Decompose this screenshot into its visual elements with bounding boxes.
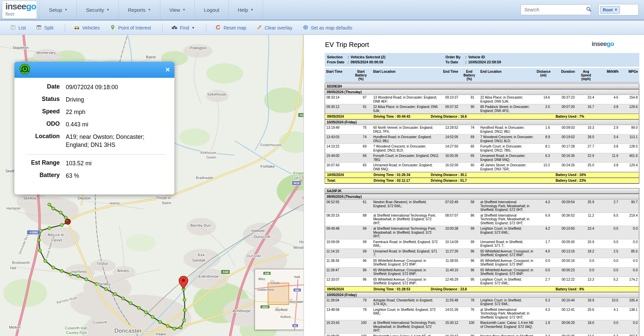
table-row: 15:23:43100at Sheffield International Te… [325, 320, 639, 334]
map-label: Woodhouse [293, 245, 304, 249]
trip-cell-el: 22 Ailsa Place; in Doncaster; England; D… [479, 95, 535, 104]
minimap-viewport-rect[interactable] [268, 283, 289, 304]
trip-cell-mpge: 113.1 [620, 134, 639, 144]
overview-minimap[interactable]: IlkleyLeedsYorkHuddersfieldDoncasterShef… [255, 269, 304, 330]
trip-cell-sl: Leighton Court; in Sheffield; England; S… [372, 307, 440, 320]
trip-cell-du: 00:15:36 [551, 334, 576, 336]
route-waypoint[interactable] [122, 297, 125, 300]
map-label: Dunscroft [254, 235, 270, 239]
popup-field-value: 09/072024 09:18:00 [66, 83, 160, 91]
trip-cell-d: 4.2 [535, 226, 551, 239]
map-toolbar: ListSplitVehiclesPoint of InterestFind▼R… [0, 21, 644, 35]
route-waypoint[interactable] [39, 249, 42, 252]
summary-battery-used: Battery Used : 23% [553, 179, 639, 182]
trip-cell-sp: 16.7 [576, 104, 595, 113]
trip-cell-kwh: 0.0 [595, 320, 620, 333]
table-row: 09:30:129122 Ailsa Place; in Doncaster; … [325, 104, 639, 114]
table-row: 10:09:0999Farmtrack Road; in Sheffield; … [325, 239, 639, 249]
toolbar-find[interactable]: Find▼ [171, 25, 195, 31]
column-header-avg-speed: Avg Speed(mph) [576, 69, 596, 81]
route-waypoint[interactable] [151, 316, 154, 319]
route-waypoint[interactable] [183, 298, 186, 301]
close-icon[interactable]: × [165, 66, 170, 73]
toolbar-clear-overlay[interactable]: Clear overlay [256, 25, 292, 31]
route-waypoint[interactable] [183, 309, 186, 312]
route-waypoint[interactable] [52, 207, 55, 210]
summary-battery-used: Battery Used : 9% [553, 287, 639, 291]
trip-cell-d: 5.3 [535, 298, 551, 307]
total-summary-row: Total:Driving Time : 02:11:17Driving Dis… [325, 178, 639, 183]
route-waypoint[interactable] [52, 266, 55, 269]
svg-text:A1(M): A1(M) [30, 231, 38, 234]
route-waypoint[interactable] [166, 325, 169, 328]
menu-help[interactable]: Help▼ [229, 0, 263, 19]
chevron-down-icon: ▼ [251, 8, 254, 11]
route-waypoint[interactable] [183, 319, 186, 322]
toolbar-set-as-map-defaults[interactable]: Set as map defaults [303, 25, 353, 31]
trip-cell-d: 6.3 [535, 153, 551, 162]
map-label: Hampole [6, 206, 20, 210]
trip-cell-sp: 0.0 [576, 258, 595, 267]
trip-cell-et: 07:02:49 [440, 200, 460, 213]
route-waypoint[interactable] [138, 306, 141, 310]
chip-close-icon[interactable]: × [615, 8, 618, 11]
trip-cell-kwh: 4.6 [595, 95, 620, 104]
route-waypoint[interactable] [173, 327, 176, 330]
org-filter-box[interactable]: Root× [598, 4, 639, 15]
route-waypoint[interactable] [85, 278, 88, 281]
map-label: Balne [146, 55, 156, 59]
svg-text:A18: A18 [223, 270, 228, 274]
trip-cell-d: 4.3 [535, 307, 551, 320]
toolbar-point-of-interest[interactable]: Point of Interest [110, 25, 151, 31]
map-canvas[interactable]: StapletonWomersleyBalnePollingtonSykehou… [0, 35, 304, 336]
route-waypoint[interactable] [114, 293, 117, 296]
route-waypoint[interactable] [145, 311, 148, 314]
trip-cell-du: 00:06:29 [551, 320, 576, 333]
map-label: Hall [10, 266, 16, 270]
search-input[interactable] [524, 7, 586, 13]
toolbar-reset-map[interactable]: Reset map [215, 25, 246, 31]
route-waypoint[interactable] [44, 260, 47, 263]
route-waypoint[interactable] [179, 326, 182, 329]
menu-security[interactable]: Security▼ [77, 0, 119, 19]
poi-marker-icon[interactable] [65, 219, 70, 224]
list-icon [10, 25, 18, 31]
selection-value: Vehicles Selected (2) [351, 55, 385, 60]
route-waypoint[interactable] [60, 224, 63, 227]
route-waypoint[interactable] [48, 203, 51, 206]
route-waypoint[interactable] [60, 270, 63, 273]
popup-field-value: 103.52 mi [66, 159, 160, 167]
route-waypoint[interactable] [38, 239, 41, 242]
route-waypoint[interactable] [48, 227, 51, 230]
route-waypoint[interactable] [59, 211, 62, 214]
route-waypoint[interactable] [64, 216, 67, 219]
route-waypoint[interactable] [105, 288, 108, 291]
map-label: Skellow [23, 196, 37, 200]
trip-cell-st: 13:43:03 [325, 134, 351, 144]
trip-cell-et: 09:37:32 [440, 104, 460, 113]
menu-setup[interactable]: Setup▼ [40, 0, 77, 19]
trip-cell-et: 15:30:12 [440, 320, 460, 333]
destination-pin-icon[interactable] [179, 276, 188, 289]
trip-cell-sl: Farmtrack Road; in Sheffield; England; S… [372, 239, 440, 248]
trip-cell-sb: 65 [351, 163, 372, 172]
popup-field-label: Status [14, 96, 60, 104]
menu-view[interactable]: View▼ [160, 0, 195, 19]
root-chip[interactable]: Root× [600, 6, 620, 14]
minimap-base: IlkleyLeedsYorkHuddersfieldDoncasterShef… [255, 269, 304, 330]
chevron-down-icon: ▼ [192, 26, 195, 30]
popup-divider [26, 154, 166, 155]
trip-cell-el: Forsyth Court; in Doncaster; England; DN… [479, 144, 535, 153]
table-row: 11:38:399665 Whitefield Avenue; Crosspoo… [325, 258, 639, 268]
route-waypoint[interactable] [77, 275, 80, 278]
toolbar-vehicles[interactable]: Vehicles [74, 25, 100, 31]
menu-reports[interactable]: Reports▼ [119, 0, 160, 19]
route-waypoint[interactable] [159, 321, 162, 324]
menu-logout[interactable]: Logout [195, 0, 229, 19]
search-icon[interactable] [586, 6, 592, 13]
route-waypoint[interactable] [129, 302, 132, 305]
trip-cell-et: 10:00:38 [440, 226, 460, 239]
table-row: 11:14:1099Unnamed Road; in Sheffield; En… [325, 249, 639, 258]
toolbar-list[interactable]: List [10, 25, 26, 31]
toolbar-split[interactable]: Split [36, 25, 53, 31]
